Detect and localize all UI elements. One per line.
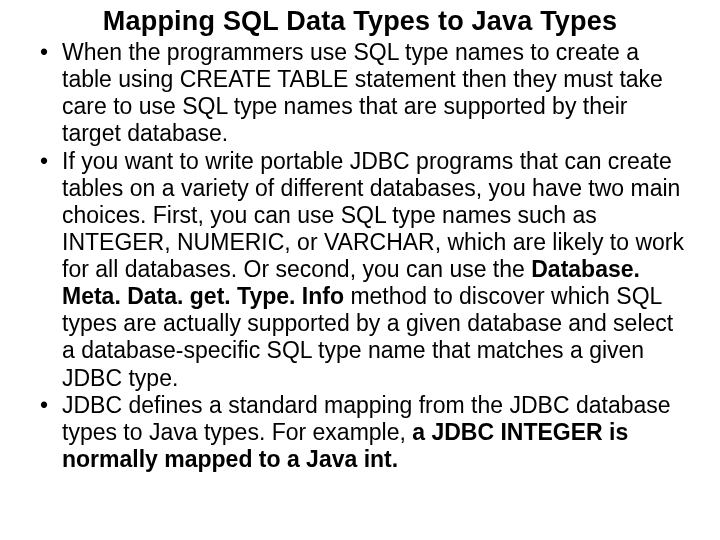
- list-item: If you want to write portable JDBC progr…: [62, 148, 684, 392]
- slide-title: Mapping SQL Data Types to Java Types: [28, 6, 692, 37]
- bullet-text: When the programmers use SQL type names …: [62, 39, 663, 146]
- list-item: When the programmers use SQL type names …: [62, 39, 684, 148]
- list-item: JDBC defines a standard mapping from the…: [62, 392, 684, 473]
- slide: Mapping SQL Data Types to Java Types Whe…: [0, 0, 720, 540]
- bullet-list: When the programmers use SQL type names …: [28, 39, 692, 473]
